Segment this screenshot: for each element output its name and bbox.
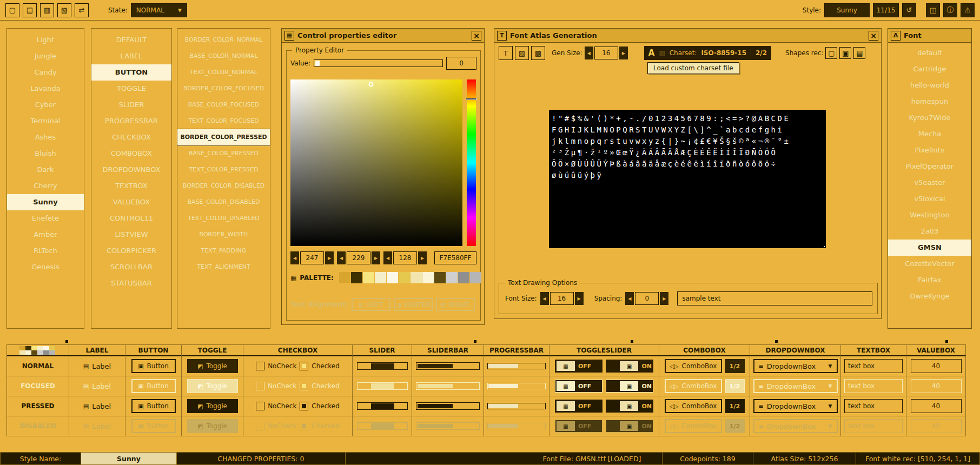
export-style-button[interactable]: ▧	[57, 3, 71, 17]
red-decrement-button[interactable]: ◀	[290, 251, 299, 264]
property-list-item[interactable]: BORDER_COLOR_FOCUSED	[177, 81, 270, 97]
checkbox-box[interactable]	[256, 362, 264, 370]
open-style-button[interactable]: ▤	[23, 3, 37, 17]
toggle-knob[interactable]: ▣	[620, 401, 638, 411]
hue-bar[interactable]	[467, 79, 476, 246]
palette-swatch[interactable]	[339, 272, 350, 283]
control-type-item[interactable]: VALUEBOX	[91, 194, 171, 210]
gen-size-increment[interactable]: ▶	[619, 46, 628, 59]
font-list-item[interactable]: Fairfax	[888, 272, 971, 288]
screenshot-button[interactable]: ◫	[926, 3, 940, 17]
font-text-button[interactable]: T	[499, 46, 513, 60]
toggle-knob[interactable]: ▦	[557, 361, 575, 371]
property-list-item[interactable]: BORDER_COLOR_PRESSED	[177, 129, 270, 145]
button-sample[interactable]: ▣Button	[131, 359, 176, 373]
property-list-item[interactable]: BORDER_WIDTH	[177, 227, 270, 243]
dropdownbox-sample[interactable]: ≡DropdownBox▼	[753, 399, 838, 413]
style-list-item[interactable]: Dark	[7, 162, 84, 178]
style-count-badge[interactable]: 11/15	[873, 3, 899, 17]
toggleslider-off[interactable]: ▦OFF	[555, 400, 602, 413]
property-list-item[interactable]: TEXT_ALIGNMENT	[177, 259, 270, 275]
toggle-knob[interactable]: ▦	[557, 381, 575, 391]
palette-swatch[interactable]	[446, 272, 458, 283]
toggle-sample[interactable]: ◩Toggle	[187, 379, 238, 393]
style-list-item[interactable]: Lavanda	[7, 81, 84, 97]
reload-style-button[interactable]: ↺	[902, 3, 916, 17]
toggleslider-on[interactable]: ▣ON	[606, 400, 653, 413]
font-list-item[interactable]: hello-world	[888, 77, 971, 94]
combobox-count[interactable]: 1/2	[725, 399, 745, 413]
checkbox-unchecked[interactable]: NoCheck	[256, 362, 296, 370]
charset-value[interactable]: ISO-8859-15	[701, 49, 746, 57]
style-list-item[interactable]: Light	[7, 32, 84, 48]
random-style-button[interactable]: ⇄	[75, 3, 89, 17]
button-sample[interactable]: ▣Button	[131, 379, 176, 393]
font-list-item[interactable]: PixelIntv	[888, 142, 971, 158]
green-increment-button[interactable]: ▶	[372, 251, 380, 264]
style-list-item[interactable]: Ashes	[7, 129, 84, 145]
toggle-knob[interactable]: ▦	[557, 401, 575, 411]
atlas-close-button[interactable]: ×	[869, 31, 878, 41]
info-button[interactable]: ⓘ	[943, 3, 957, 17]
align-center-button[interactable]: ◨ CENTER	[394, 298, 433, 311]
export-atlas-button[interactable]: ▩	[531, 46, 545, 60]
toggle-knob[interactable]: ▣	[620, 361, 638, 371]
checkbox-box[interactable]	[300, 382, 308, 390]
slider-handle[interactable]	[315, 61, 320, 66]
property-list-item[interactable]: BASE_COLOR_NORMAL	[177, 48, 270, 64]
state-dropdown[interactable]: NORMAL ▼	[131, 3, 187, 17]
font-size-value[interactable]: 16	[550, 292, 574, 305]
atlas-window-titlebar[interactable]: T Font Atlas Generation ×	[494, 29, 881, 43]
style-list-item[interactable]: Amber	[7, 227, 84, 243]
valuebox-sample[interactable]: 40	[911, 379, 962, 393]
control-type-item[interactable]: SLIDER	[91, 97, 171, 113]
sample-text-input[interactable]: sample text	[677, 291, 872, 305]
style-list-item[interactable]: Sunny	[7, 194, 84, 210]
toggleslider-on[interactable]: ▣ON	[606, 380, 653, 393]
palette-swatch[interactable]	[351, 272, 362, 283]
checkbox-checked[interactable]: Checked	[300, 382, 340, 390]
blue-decrement-button[interactable]: ◀	[383, 251, 392, 264]
style-list-item[interactable]: Enefete	[7, 210, 84, 227]
property-list-item[interactable]: TEXT_COLOR_NORMAL	[177, 64, 270, 81]
valuebox-sample[interactable]: 40	[911, 359, 962, 373]
textbox-sample[interactable]: text box	[844, 379, 903, 393]
property-list-item[interactable]: TEXT_COLOR_PRESSED	[177, 162, 270, 178]
align-right-button[interactable]: ◩ RIGHT	[436, 298, 475, 311]
palette-swatch[interactable]	[434, 272, 446, 283]
control-type-item[interactable]: COMBOBOX	[91, 145, 171, 162]
shapes-rec-button-2[interactable]: ▣	[839, 47, 851, 59]
sliderbar-sample[interactable]	[416, 362, 480, 370]
combobox-count[interactable]: 1/2	[725, 359, 745, 373]
property-list-item[interactable]: TEXT_COLOR_DISABLED	[177, 210, 270, 227]
toggle-sample[interactable]: ◩Toggle	[187, 399, 238, 413]
dropdownbox-sample[interactable]: ≡DropdownBox▼	[753, 359, 838, 373]
font-list-item[interactable]: v5easter	[888, 175, 971, 191]
load-font-button[interactable]: ▨	[515, 46, 529, 60]
checkbox-box[interactable]	[256, 382, 264, 390]
palette-swatch[interactable]	[410, 272, 422, 283]
style-list-item[interactable]: Terminal	[7, 113, 84, 129]
font-list-item[interactable]: homespun	[888, 94, 971, 110]
control-type-item[interactable]: LABEL	[91, 48, 171, 64]
sliderbar-sample[interactable]	[416, 382, 480, 390]
property-list-item[interactable]: BASE_COLOR_PRESSED	[177, 145, 270, 162]
control-type-item[interactable]: CHECKBOX	[91, 129, 171, 145]
slider-sample[interactable]	[357, 382, 408, 390]
font-list-item[interactable]: CozetteVector	[888, 256, 971, 272]
green-value[interactable]: 229	[347, 251, 370, 264]
palette-swatch[interactable]	[422, 272, 434, 283]
gen-size-value[interactable]: 16	[594, 46, 618, 59]
control-type-item[interactable]: PROGRESSBAR	[91, 113, 171, 129]
control-type-item[interactable]: LISTVIEW	[91, 227, 171, 243]
green-decrement-button[interactable]: ◀	[337, 251, 346, 264]
font-list-item[interactable]: v5loxical	[888, 191, 971, 207]
property-list-item[interactable]: BASE_COLOR_DISABLED	[177, 194, 270, 210]
spacing-increment[interactable]: ▶	[660, 292, 668, 305]
toggle-sample[interactable]: ◩Toggle	[187, 359, 238, 373]
slider-handle[interactable]	[371, 403, 394, 409]
control-type-item[interactable]: COLORPICKER	[91, 243, 171, 259]
palette-swatch[interactable]	[458, 272, 469, 283]
combobox-count[interactable]: 1/2	[725, 379, 745, 393]
control-type-item[interactable]: DEFAULT	[91, 32, 171, 48]
